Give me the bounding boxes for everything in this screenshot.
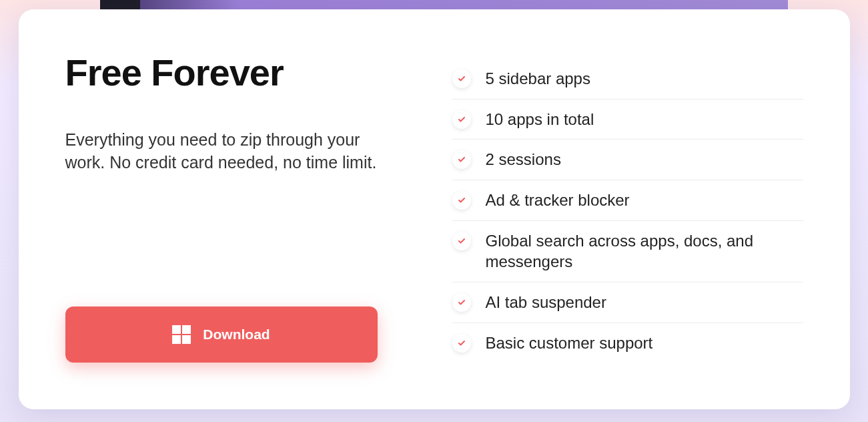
plan-subtitle: Everything you need to zip through your …: [65, 129, 379, 174]
feature-text: Basic customer support: [486, 333, 653, 354]
pricing-right-column: 5 sidebar apps 10 apps in total 2 sessio…: [452, 56, 803, 363]
check-icon: [452, 191, 471, 210]
pricing-left-column: Free Forever Everything you need to zip …: [65, 56, 379, 363]
feature-text: 2 sessions: [486, 149, 561, 170]
feature-item: 5 sidebar apps: [452, 59, 803, 99]
check-icon: [452, 150, 471, 169]
feature-item: 10 apps in total: [452, 99, 803, 140]
feature-text: 10 apps in total: [486, 109, 594, 130]
check-icon: [452, 293, 471, 312]
download-button[interactable]: Download: [65, 306, 378, 363]
download-button-label: Download: [203, 327, 270, 343]
feature-text: AI tab suspender: [486, 292, 606, 313]
check-icon: [452, 110, 471, 129]
feature-item: Global search across apps, docs, and mes…: [452, 221, 803, 282]
feature-text: Ad & tracker blocker: [486, 190, 630, 211]
check-icon: [452, 232, 471, 250]
feature-item: 2 sessions: [452, 140, 803, 180]
windows-icon: [172, 325, 191, 344]
feature-text: 5 sidebar apps: [486, 68, 590, 89]
plan-title: Free Forever: [65, 53, 379, 93]
check-icon: [452, 334, 471, 353]
feature-item: Basic customer support: [452, 323, 803, 363]
pricing-card: Free Forever Everything you need to zip …: [19, 9, 850, 409]
feature-list: 5 sidebar apps 10 apps in total 2 sessio…: [452, 59, 803, 363]
feature-item: Ad & tracker blocker: [452, 180, 803, 221]
check-icon: [452, 69, 471, 88]
feature-text: Global search across apps, docs, and mes…: [486, 230, 803, 272]
feature-item: AI tab suspender: [452, 282, 803, 323]
